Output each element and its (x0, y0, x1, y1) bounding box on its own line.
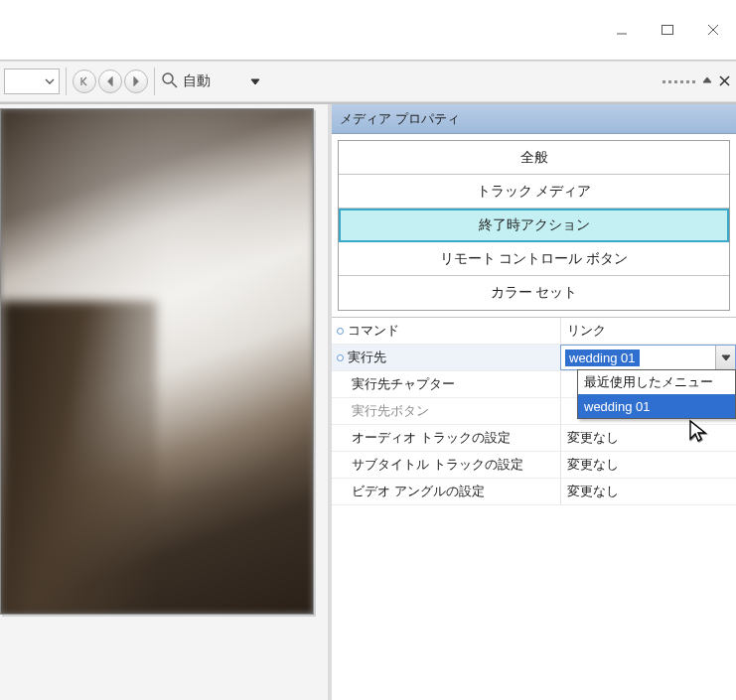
toolbar-separator (66, 68, 67, 95)
bullet-spacer (332, 425, 348, 451)
bullet-icon (332, 318, 348, 344)
preview-pane (0, 104, 328, 700)
properties-blank-area (332, 505, 736, 700)
window-minimize-button[interactable] (599, 10, 645, 50)
property-label: 実行先ボタン (348, 398, 560, 424)
property-value[interactable]: 変更なし (560, 479, 736, 504)
property-row-audio-track[interactable]: オーディオ トラックの設定 変更なし (332, 425, 736, 452)
bullet-spacer (332, 452, 348, 478)
main-area: メディア プロパティ 全般 トラック メディア 終了時アクション リモート コン… (0, 102, 736, 700)
svg-marker-5 (108, 77, 112, 85)
dropdown-option[interactable]: wedding 01 (578, 394, 735, 418)
destination-combo[interactable]: wedding 01 (560, 345, 736, 370)
panel-collapse-icon[interactable] (701, 72, 713, 90)
property-label: ビデオ アングルの設定 (348, 479, 560, 504)
property-row-video-angle[interactable]: ビデオ アングルの設定 変更なし (332, 479, 736, 505)
svg-marker-10 (703, 77, 711, 82)
category-general[interactable]: 全般 (339, 141, 729, 175)
property-label: コマンド (348, 318, 560, 344)
category-list: 全般 トラック メディア 終了時アクション リモート コントロール ボタン カラ… (338, 140, 730, 311)
window-close-button[interactable] (690, 10, 736, 50)
toolbar-separator (154, 68, 155, 95)
category-track-media[interactable]: トラック メディア (339, 175, 729, 209)
panel-grip-icon[interactable] (662, 80, 695, 83)
mouse-cursor-icon (688, 419, 710, 449)
panel-close-icon[interactable] (719, 72, 730, 90)
category-remote-buttons[interactable]: リモート コントロール ボタン (339, 242, 729, 276)
property-row-command[interactable]: コマンド リンク (332, 318, 736, 345)
category-end-action[interactable]: 終了時アクション (339, 209, 729, 242)
nav-next-button[interactable] (124, 70, 148, 93)
svg-line-8 (172, 82, 177, 87)
destination-selected: wedding 01 (565, 350, 640, 366)
bullet-spacer (332, 398, 348, 424)
svg-rect-1 (662, 26, 673, 35)
property-value[interactable]: 変更なし (560, 452, 736, 478)
property-label: サブタイトル トラックの設定 (348, 452, 560, 478)
properties-panel-title: メディア プロパティ (332, 104, 736, 134)
nav-first-button[interactable] (73, 70, 96, 93)
svg-marker-13 (722, 355, 730, 360)
toolbar: 自動 (0, 61, 736, 102)
properties-panel: メディア プロパティ 全般 トラック メディア 終了時アクション リモート コン… (328, 104, 736, 700)
svg-marker-6 (134, 77, 138, 85)
window-titlebar (0, 0, 736, 60)
combo-dropdown-button[interactable] (715, 346, 735, 369)
svg-marker-9 (251, 79, 259, 84)
property-value[interactable]: リンク (560, 318, 736, 344)
bullet-spacer (332, 371, 348, 397)
dropdown-option[interactable]: 最近使用したメニュー (578, 370, 735, 394)
nav-prev-button[interactable] (98, 70, 122, 93)
window-maximize-button[interactable] (645, 10, 690, 50)
destination-dropdown[interactable]: 最近使用したメニュー wedding 01 (577, 369, 736, 419)
bullet-spacer (332, 479, 348, 504)
property-label: オーディオ トラックの設定 (348, 425, 560, 451)
preview-thumbnail[interactable] (0, 108, 314, 615)
property-grid: コマンド リンク 実行先 wedding 01 実行先チャプター (332, 317, 736, 505)
preview-image (1, 109, 313, 614)
property-label: 実行先チャプター (348, 371, 560, 397)
property-label: 実行先 (348, 345, 560, 370)
toolbar-dropdown[interactable] (4, 69, 60, 94)
svg-point-7 (163, 73, 173, 83)
category-color-set[interactable]: カラー セット (339, 276, 729, 310)
zoom-dropdown-icon[interactable] (250, 73, 260, 89)
zoom-label[interactable]: 自動 (183, 72, 211, 90)
magnifier-icon (161, 71, 179, 92)
property-row-destination[interactable]: 実行先 wedding 01 (332, 345, 736, 371)
bullet-icon (332, 345, 348, 370)
property-row-subtitle-track[interactable]: サブタイトル トラックの設定 変更なし (332, 452, 736, 479)
